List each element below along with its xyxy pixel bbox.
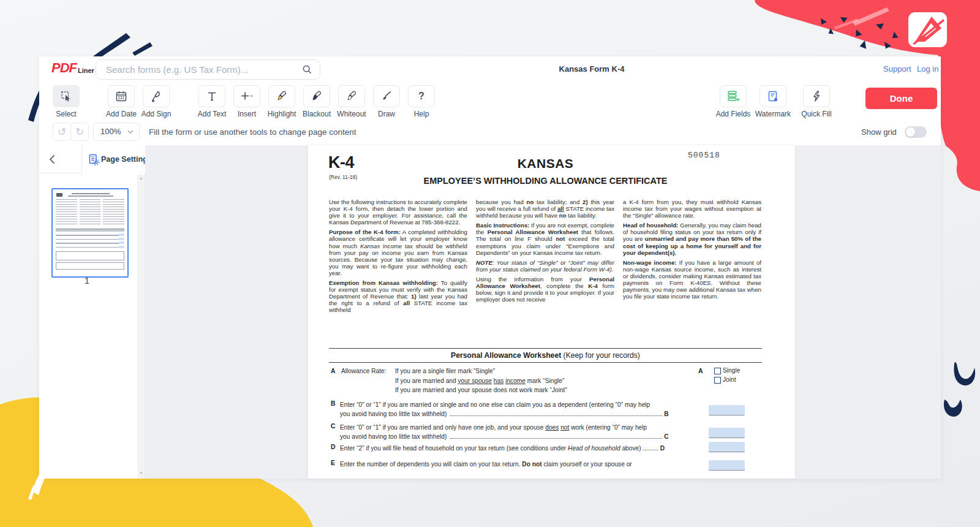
page-settings-tab[interactable]: Page Settings (81, 145, 146, 173)
tool-highlight[interactable]: Highlight (268, 85, 295, 118)
paintbrush-icon (380, 89, 393, 103)
tool-add-fields[interactable]: Add Fields (720, 85, 747, 118)
row-c-letter: C (331, 423, 336, 430)
watermark-icon (766, 89, 780, 103)
row-a-line-2: If you are married and your spouse has i… (395, 377, 564, 384)
sidebar-scrollbar[interactable] (137, 175, 145, 479)
help-icon: ? (415, 89, 428, 103)
search-bar[interactable] (96, 59, 320, 80)
undo-icon: ↺ (58, 127, 66, 137)
checkbox-single-label: Single (723, 367, 740, 374)
tool-add-date[interactable]: Add Date (108, 85, 135, 118)
logo-liner-text: Liner (78, 66, 94, 75)
scroll-up-arrow[interactable]: ▲ (138, 176, 145, 180)
support-link[interactable]: Support (883, 64, 911, 74)
instructions-column-1: Use the following instructions to accura… (329, 199, 467, 317)
pages-sidebar: Page Settings 1 ▲ ▼ (39, 145, 145, 479)
row-a-letter: A (331, 368, 336, 374)
signature-pen-icon (149, 89, 163, 103)
document-canvas: 500518 K-4 (Rev. 11-18) KANSAS EMPLOYEE’… (145, 145, 941, 479)
zoom-select[interactable]: 100% (93, 123, 140, 141)
row-b-letter: B (331, 400, 336, 407)
input-field-c[interactable] (709, 428, 745, 438)
row-a-line-1: If you are a single filer mark “Single” (395, 368, 495, 374)
instructions-column-3: a K-4 form from you, they must withhold … (623, 199, 761, 303)
input-field-e[interactable] (709, 460, 745, 471)
plus-icon (239, 89, 255, 103)
divider (329, 348, 762, 349)
divider (329, 362, 762, 363)
app-window: PDF Liner Kansas Form K-4 Support Log in… (39, 56, 941, 479)
tool-help[interactable]: ? Help (408, 85, 435, 118)
row-c-text: Enter “0” or “1” if you are married and … (340, 423, 703, 441)
app-header: PDF Liner Kansas Form K-4 Support Log in (39, 56, 941, 82)
tool-add-sign[interactable]: Add Sign (143, 85, 170, 118)
document-title: Kansas Form K-4 (559, 64, 625, 74)
tool-quick-fill[interactable]: Quick Fill (803, 85, 830, 118)
blackout-brush-icon (310, 89, 323, 103)
divider (39, 173, 81, 173)
checkbox-joint-label: Joint (723, 376, 736, 383)
redo-icon: ↻ (75, 127, 84, 137)
form-state-title: KANSAS (329, 156, 762, 171)
row-a-line-3: If you are married and your spouse does … (395, 387, 567, 393)
toolbar-hint: Fill the form or use another tools to ch… (149, 127, 356, 137)
select-icon (59, 89, 73, 103)
scroll-down-arrow[interactable]: ▼ (138, 471, 145, 475)
worksheet-title: Personal Allowance Worksheet (Keep for y… (329, 351, 762, 360)
tool-insert[interactable]: Insert (233, 85, 260, 118)
checkbox-single[interactable] (714, 368, 721, 374)
tool-blackout[interactable]: Blackout (303, 85, 330, 118)
tool-select[interactable]: Select (53, 85, 80, 118)
done-button[interactable]: Done (865, 88, 937, 109)
redo-button[interactable]: ↻ (70, 123, 89, 141)
row-d-text: Enter “2” if you will file head of house… (340, 444, 703, 453)
lightning-icon (810, 89, 823, 103)
add-fields-icon (726, 89, 741, 104)
row-e-letter: E (331, 460, 335, 466)
row-a-label: Allowance Rate: (341, 368, 386, 374)
collapse-sidebar-button[interactable] (47, 153, 59, 165)
page-number: 1 (51, 275, 123, 286)
page-settings-icon (88, 153, 100, 165)
highlight-brush-icon (275, 89, 288, 103)
pdfliner-logo[interactable]: PDF Liner (51, 61, 94, 75)
tool-watermark[interactable]: Watermark (760, 85, 786, 118)
svg-text:?: ? (418, 91, 424, 101)
toolbar: Select Add Date Add Sign Add Text Insert… (39, 82, 941, 121)
sub-toolbar: ↺ ↻ 100% Fill the form or use another to… (39, 120, 941, 146)
row-d-letter: D (331, 444, 336, 450)
form-subtitle: EMPLOYEE’S WITHHOLDING ALLOWANCE CERTIFI… (329, 176, 762, 186)
row-b-text: Enter “0” or “1” if you are married or s… (340, 400, 703, 419)
tool-draw[interactable]: Draw (373, 85, 400, 118)
calendar-icon (115, 89, 128, 103)
chevron-down-icon (127, 130, 134, 134)
instructions-column-2: because you had no tax liability; and 2)… (476, 199, 614, 306)
input-field-b[interactable] (709, 405, 745, 415)
show-grid-label: Show grid (861, 127, 897, 137)
login-link[interactable]: Log in (917, 64, 938, 74)
zoom-value: 100% (100, 127, 121, 136)
row-a-right-letter: A (698, 368, 703, 374)
tool-whiteout[interactable]: Whiteout (338, 85, 365, 118)
page-thumbnail[interactable] (51, 188, 129, 278)
row-e-text: Enter the number of dependents you will … (340, 460, 703, 469)
tool-add-text[interactable]: Add Text (198, 85, 225, 118)
search-icon (301, 64, 313, 75)
navy-stroke (132, 42, 153, 56)
chevron-left-icon (47, 153, 59, 165)
checkbox-joint[interactable] (714, 377, 721, 384)
logo-pdf-text: PDF (51, 61, 77, 75)
search-input[interactable] (105, 60, 297, 79)
show-grid-toggle[interactable] (905, 126, 927, 138)
text-icon (205, 89, 219, 103)
chevron-down-icon (251, 96, 253, 97)
pdf-page: 500518 K-4 (Rev. 11-18) KANSAS EMPLOYEE’… (308, 145, 795, 479)
input-field-d[interactable] (709, 442, 745, 452)
undo-button[interactable]: ↺ (53, 123, 71, 141)
whiteout-brush-icon (345, 89, 358, 103)
